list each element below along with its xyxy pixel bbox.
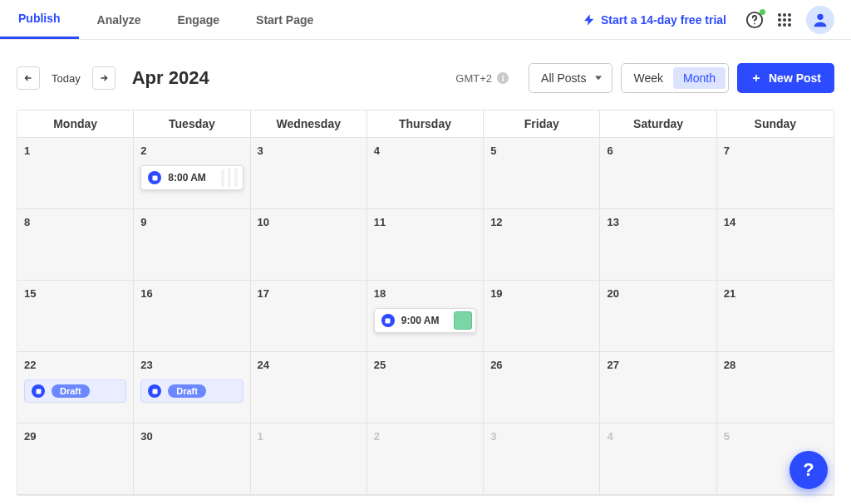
svg-point-11 [817, 13, 823, 19]
view-month-button[interactable]: Month [673, 67, 726, 89]
scheduled-post-card[interactable]: 8:00 AM [140, 165, 243, 190]
calendar-header-row: MondayTuesdayWednesdayThursdayFridaySatu… [17, 110, 834, 138]
calendar-day-cell[interactable]: 20 [600, 281, 716, 352]
day-number: 8 [24, 216, 126, 228]
day-number: 26 [490, 359, 593, 371]
social-network-icon [148, 171, 161, 184]
calendar-day-cell[interactable]: 6 [600, 138, 716, 209]
nav-tabs: PublishAnalyzeEngageStart Page [0, 0, 332, 39]
day-number: 5 [724, 430, 827, 443]
calendar-day-cell[interactable]: 11 [367, 209, 484, 281]
top-nav: PublishAnalyzeEngageStart Page Start a 1… [0, 0, 851, 40]
svg-rect-13 [386, 318, 391, 323]
calendar-body: 128:00 AM34567891011121314151617189:00 A… [17, 138, 834, 495]
scheduled-post-card[interactable]: 9:00 AM [374, 308, 476, 333]
calendar-day-cell[interactable]: 21 [717, 281, 834, 352]
calendar-day-cell[interactable]: 1 [251, 423, 367, 495]
day-number: 7 [724, 144, 827, 157]
calendar-day-cell[interactable]: 4 [600, 423, 716, 495]
day-header: Thursday [367, 110, 484, 138]
draft-post-card[interactable]: Draft [24, 379, 126, 403]
calendar-day-cell[interactable]: 19 [484, 281, 600, 352]
calendar-day-cell[interactable]: 12 [484, 209, 600, 281]
calendar-toolbar: Today Apr 2024 GMT+2 i All Posts Week Mo… [0, 40, 851, 110]
calendar-day-cell[interactable]: 2 [367, 423, 484, 495]
svg-point-10 [788, 23, 791, 27]
post-filter-dropdown[interactable]: All Posts [529, 63, 612, 93]
day-number: 14 [724, 216, 827, 228]
calendar-day-cell[interactable]: 23Draft [134, 352, 250, 423]
avatar[interactable] [806, 6, 834, 34]
day-number: 27 [607, 359, 709, 371]
calendar-day-cell[interactable]: 17 [251, 281, 367, 352]
day-number: 25 [374, 359, 476, 371]
calendar-day-cell[interactable]: 15 [17, 281, 134, 352]
post-thumbnail [221, 169, 239, 187]
calendar-day-cell[interactable]: 28:00 AM [134, 138, 250, 209]
day-number: 10 [258, 216, 360, 228]
draft-badge: Draft [168, 384, 206, 398]
calendar-day-cell[interactable]: 22Draft [17, 352, 134, 423]
day-number: 11 [374, 216, 476, 228]
day-header: Monday [17, 110, 134, 138]
svg-rect-14 [36, 389, 41, 394]
calendar-day-cell[interactable]: 28 [717, 352, 834, 423]
next-month-button[interactable] [92, 66, 116, 90]
help-center-button[interactable] [741, 7, 768, 33]
calendar-day-cell[interactable]: 29 [17, 423, 134, 495]
calendar-day-cell[interactable]: 9 [134, 209, 250, 281]
day-number: 17 [258, 287, 360, 300]
calendar-day-cell[interactable]: 26 [484, 352, 600, 423]
start-trial-link[interactable]: Start a 14-day free trial [583, 13, 726, 27]
day-number: 15 [24, 287, 126, 300]
calendar-day-cell[interactable]: 10 [251, 209, 367, 281]
day-number: 19 [490, 287, 593, 300]
nav-tab-start-page[interactable]: Start Page [238, 0, 332, 39]
calendar-day-cell[interactable]: 25 [367, 352, 484, 423]
calendar-day-cell[interactable]: 1 [17, 138, 134, 209]
day-header: Tuesday [134, 110, 250, 138]
svg-point-3 [783, 13, 786, 17]
social-network-icon [148, 384, 161, 398]
nav-tab-analyze[interactable]: Analyze [79, 0, 160, 39]
new-post-label: New Post [769, 71, 821, 85]
nav-tab-publish[interactable]: Publish [0, 0, 79, 39]
post-thumbnail [454, 311, 472, 330]
info-icon[interactable]: i [497, 72, 509, 84]
draft-post-card[interactable]: Draft [140, 379, 243, 403]
svg-point-6 [783, 18, 786, 22]
calendar-day-cell[interactable]: 13 [600, 209, 716, 281]
day-number: 20 [607, 287, 709, 300]
calendar-day-cell[interactable]: 7 [717, 138, 834, 209]
nav-tab-engage[interactable]: Engage [159, 0, 238, 39]
calendar-day-cell[interactable]: 16 [134, 281, 250, 352]
calendar-day-cell[interactable]: 8 [17, 209, 134, 281]
calendar-day-cell[interactable]: 3 [484, 423, 600, 495]
day-number: 1 [258, 430, 360, 443]
calendar-day-cell[interactable]: 5 [484, 138, 600, 209]
calendar-day-cell[interactable]: 4 [367, 138, 484, 209]
calendar-day-cell[interactable]: 3 [251, 138, 367, 209]
day-number: 9 [140, 216, 243, 228]
calendar-day-cell[interactable]: 27 [600, 352, 716, 423]
new-post-button[interactable]: New Post [737, 63, 834, 93]
calendar-day-cell[interactable]: 14 [717, 209, 834, 281]
plus-icon [750, 72, 762, 84]
calendar-day-cell[interactable]: 189:00 AM [367, 281, 484, 352]
day-number: 23 [140, 359, 243, 371]
day-number: 5 [490, 144, 593, 157]
day-number: 4 [607, 430, 709, 443]
calendar-day-cell[interactable]: 30 [134, 423, 250, 495]
today-button[interactable]: Today [48, 72, 84, 85]
view-week-button[interactable]: Week [624, 67, 674, 89]
event-time: 8:00 AM [168, 172, 206, 183]
post-filter-label: All Posts [541, 71, 586, 85]
calendar-day-cell[interactable]: 24 [251, 352, 367, 423]
apps-grid-button[interactable] [771, 7, 798, 33]
day-number: 30 [140, 430, 243, 443]
prev-month-button[interactable] [17, 66, 40, 90]
social-network-icon [32, 384, 45, 398]
social-network-icon [381, 314, 395, 327]
help-fab[interactable]: ? [790, 451, 828, 489]
day-number: 2 [374, 430, 476, 443]
